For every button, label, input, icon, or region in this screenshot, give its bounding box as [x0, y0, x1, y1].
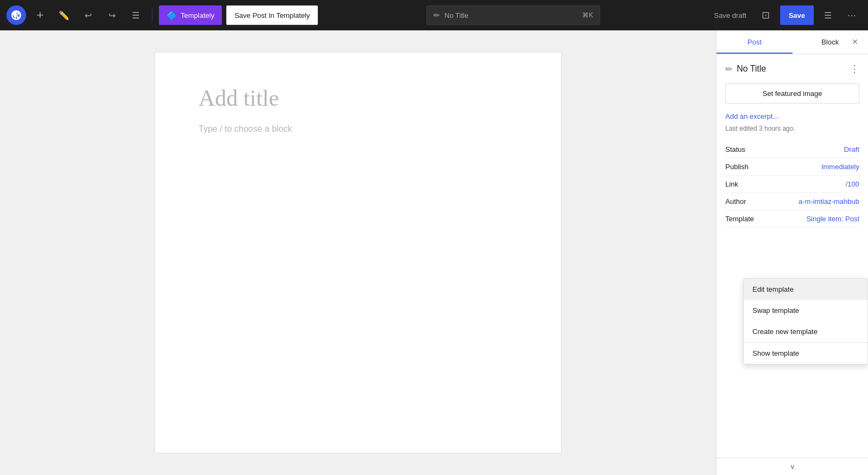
- edit-template-button[interactable]: Edit template: [744, 279, 867, 300]
- show-template-button[interactable]: Show template: [744, 343, 867, 364]
- preview-button[interactable]: ⊡: [756, 5, 776, 25]
- sidebar-content: ✏ No Title ⋮ Set featured image Add an e…: [717, 54, 868, 458]
- publish-value[interactable]: Immediately: [821, 163, 859, 171]
- main-layout: Add title Type / to choose a block Post …: [0, 30, 868, 475]
- save-button[interactable]: Save: [780, 5, 814, 25]
- status-row: Status Draft: [725, 141, 859, 158]
- editor-content: Add title Type / to choose a block: [155, 52, 561, 453]
- undo-button[interactable]: ↩: [78, 5, 98, 25]
- sidebar-more-button[interactable]: ⋮: [850, 63, 859, 75]
- show-template-section: Show template: [744, 343, 867, 364]
- sidebar-pencil-icon: ✏: [725, 64, 732, 74]
- create-new-template-button[interactable]: Create new template: [744, 321, 867, 342]
- template-label: Template: [725, 215, 754, 223]
- title-display: No Title: [444, 11, 578, 20]
- divider-1: [152, 9, 152, 22]
- post-body-placeholder[interactable]: Type / to choose a block: [199, 124, 518, 134]
- title-input-wrapper[interactable]: ✏ No Title ⌘K: [426, 5, 600, 25]
- add-block-button[interactable]: +: [30, 5, 50, 25]
- document-overview-button[interactable]: ☰: [126, 5, 145, 25]
- status-label: Status: [725, 145, 745, 153]
- sidebar-post-title: No Title: [737, 64, 766, 74]
- edit-button[interactable]: ✏️: [54, 5, 74, 25]
- status-value[interactable]: Draft: [844, 145, 859, 153]
- sidebar-scroll-down-button[interactable]: ∨: [717, 458, 868, 475]
- tab-post[interactable]: Post: [717, 30, 793, 54]
- sidebar-header: ✏ No Title ⋮: [725, 63, 859, 75]
- swap-template-button[interactable]: Swap template: [744, 300, 867, 321]
- title-area: ✏ No Title ⌘K: [322, 5, 704, 25]
- publish-label: Publish: [725, 163, 749, 171]
- settings-icon-button[interactable]: ☰: [818, 5, 838, 25]
- link-row: Link /100: [725, 176, 859, 193]
- publish-row: Publish Immediately: [725, 158, 859, 176]
- template-actions-section: Edit template Swap template Create new t…: [744, 279, 867, 343]
- toolbar: + ✏️ ↩ ↪ ☰ 🔷 Templately Save Post In Tem…: [0, 0, 868, 30]
- template-row: Template Single item: Post: [725, 210, 859, 228]
- link-label: Link: [725, 180, 738, 188]
- template-dropdown: Edit template Swap template Create new t…: [743, 278, 868, 364]
- templately-button[interactable]: 🔷 Templately: [159, 5, 222, 25]
- sidebar-tabs: Post Block ×: [717, 30, 868, 54]
- more-tools-button[interactable]: ⋯: [842, 5, 861, 25]
- title-pencil-icon: ✏: [433, 11, 440, 20]
- save-post-templately-button[interactable]: Save Post In Templately: [226, 5, 318, 25]
- toolbar-right: Save draft ⊡ Save ☰ ⋯: [709, 5, 861, 25]
- last-edited-text: Last edited 3 hours ago.: [725, 125, 859, 132]
- add-excerpt-link[interactable]: Add an excerpt...: [725, 112, 859, 120]
- author-label: Author: [725, 197, 746, 206]
- sidebar-title-row: ✏ No Title: [725, 64, 766, 74]
- link-value[interactable]: /100: [846, 180, 859, 188]
- keyboard-shortcut: ⌘K: [582, 11, 593, 19]
- template-value[interactable]: Single item: Post: [806, 215, 859, 223]
- redo-button[interactable]: ↪: [102, 5, 122, 25]
- editor-area[interactable]: Add title Type / to choose a block: [0, 30, 716, 475]
- sidebar: Post Block × ✏ No Title ⋮ Set featured i…: [716, 30, 868, 475]
- author-row: Author a-m-imtiaz-mahbub: [725, 193, 859, 210]
- wp-logo[interactable]: [7, 5, 26, 25]
- post-title-placeholder[interactable]: Add title: [199, 85, 518, 111]
- save-draft-button[interactable]: Save draft: [709, 8, 751, 23]
- author-value[interactable]: a-m-imtiaz-mahbub: [799, 197, 859, 206]
- featured-image-button[interactable]: Set featured image: [725, 84, 859, 104]
- sidebar-close-button[interactable]: ×: [846, 34, 864, 51]
